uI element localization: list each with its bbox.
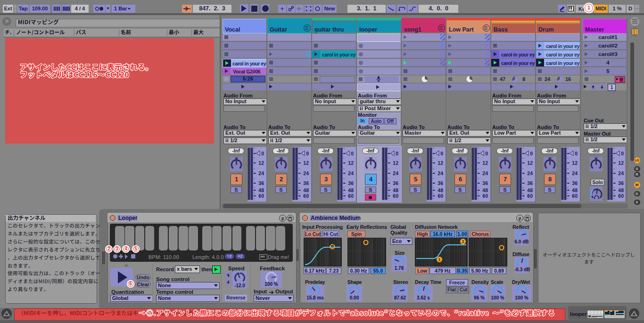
svg-text:1: 1 (438, 257, 440, 262)
svg-text:2: 2 (462, 239, 464, 244)
